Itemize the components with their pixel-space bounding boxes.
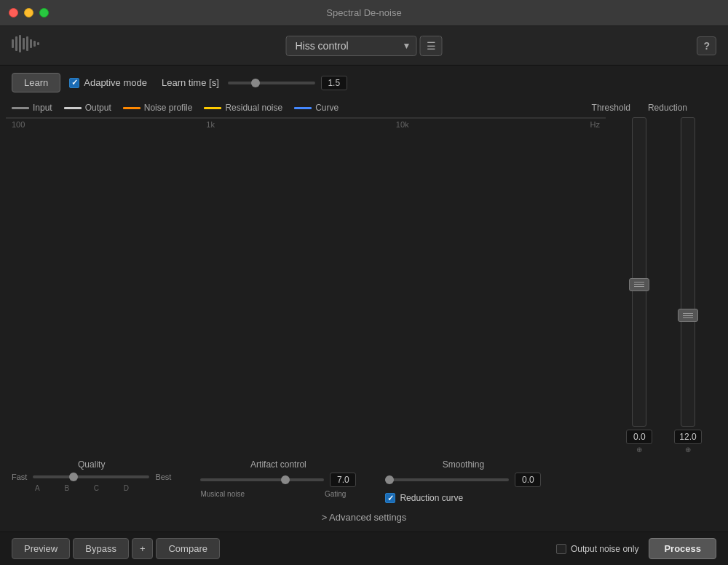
reduction-thumb-line-2 (683, 315, 693, 316)
threshold-slider-group: 0.0 ⊕ (626, 117, 652, 454)
freq-100: 100 (12, 120, 25, 129)
window-title: Spectral De-noise (326, 7, 401, 18)
controls-row: Learn ✓ Adaptive mode Learn time [s] 1.5 (0, 66, 728, 100)
quality-ticks: A B C D (12, 484, 146, 492)
svg-rect-0 (12, 39, 14, 48)
quality-fast-label: Fast (12, 473, 27, 481)
quality-tick-b: B (64, 484, 69, 492)
process-button[interactable]: Process (649, 538, 716, 559)
quality-slider-row: Fast Best (12, 473, 171, 481)
quality-tick-a: A (35, 484, 40, 492)
quality-group: Quality Fast Best A B C D (12, 459, 171, 503)
freq-10k: 10k (396, 120, 409, 129)
legend-output: Output (64, 103, 111, 113)
artifact-value: 7.0 (330, 473, 356, 487)
maximize-button[interactable] (39, 8, 49, 17)
close-button[interactable] (9, 8, 18, 17)
reduction-thumb-lines-icon (683, 313, 693, 318)
curve-legend-line (294, 107, 312, 109)
plus-button[interactable]: + (132, 538, 154, 559)
bottom-toolbar: Preview Bypass + Compare Output noise on… (0, 532, 728, 565)
residual-noise-legend-label: Residual noise (225, 103, 282, 113)
menu-button[interactable]: ☰ (420, 36, 443, 56)
reduction-thumb-line-1 (683, 313, 693, 314)
output-noise-label-container: Output noise only Process (556, 538, 716, 559)
output-noise-checkbox[interactable] (556, 544, 566, 554)
legend-noise-profile: Noise profile (123, 103, 193, 113)
input-legend-label: Input (33, 103, 52, 113)
svg-rect-6 (33, 41, 36, 47)
legend-input: Input (12, 103, 52, 113)
svg-rect-3 (23, 38, 25, 50)
learn-button[interactable]: Learn (12, 73, 60, 92)
output-legend-label: Output (85, 103, 111, 113)
reduction-link-icon: ⊕ (685, 446, 691, 454)
waveform-icon (12, 33, 41, 58)
adaptive-mode-checkbox-label[interactable]: ✓ Adaptive mode (69, 77, 147, 88)
musical-noise-label: Musical noise (200, 490, 245, 498)
thumb-lines-icon (634, 282, 644, 287)
minimize-button[interactable] (24, 8, 33, 17)
thumb-line-3 (634, 286, 644, 287)
threshold-link-icon: ⊕ (636, 446, 642, 454)
quality-slider[interactable] (33, 475, 149, 478)
reduction-slider-track[interactable] (681, 117, 695, 427)
toolbar: Hiss control ▼ ☰ ? (0, 26, 728, 66)
quality-tick-c: C (94, 484, 99, 492)
compare-button[interactable]: Compare (156, 538, 219, 559)
svg-rect-1 (15, 36, 17, 51)
bottom-row1: Quality Fast Best A B C D Artifact contr… (12, 459, 716, 503)
reduction-curve-label: Reduction curve (400, 493, 463, 503)
preset-area: Hiss control ▼ ☰ (286, 36, 443, 56)
residual-noise-legend-line (204, 107, 221, 109)
noise-profile-legend-line (123, 107, 141, 109)
title-bar: Spectral De-noise (0, 0, 728, 26)
preset-dropdown[interactable]: Hiss control (286, 36, 417, 56)
gating-label: Gating (325, 490, 346, 498)
threshold-title-label: Threshold (592, 103, 630, 113)
smoothing-slider[interactable] (385, 478, 509, 481)
svg-rect-2 (19, 35, 21, 52)
reduction-title-label: Reduction (648, 103, 687, 113)
freq-1k: 1k (206, 120, 215, 129)
artifact-slider-row: 7.0 (200, 473, 356, 487)
reduction-curve-row: ✓ Reduction curve (385, 493, 541, 503)
threshold-slider-track[interactable] (632, 117, 646, 427)
artifact-labels: Musical noise Gating (200, 490, 346, 498)
thumb-line-1 (634, 282, 644, 282)
reduction-value: 12.0 (674, 430, 701, 444)
content-area: 0.0 dB 22 Hz: -73.9 dB | -73.9 dB | -80.… (0, 117, 728, 454)
advanced-settings[interactable]: > Advanced settings (12, 509, 716, 526)
preview-button[interactable]: Preview (12, 538, 70, 559)
right-controls: 0.0 ⊕ (606, 117, 722, 454)
preset-dropdown-wrapper[interactable]: Hiss control ▼ (286, 36, 417, 56)
noise-profile-legend-label: Noise profile (144, 103, 193, 113)
curve-legend-label: Curve (315, 103, 339, 113)
bypass-button[interactable]: Bypass (73, 538, 129, 559)
quality-title: Quality (12, 459, 171, 470)
threshold-value: 0.0 (626, 430, 652, 444)
artifact-slider[interactable] (200, 478, 324, 481)
reduction-curve-checkbox[interactable]: ✓ (385, 493, 395, 503)
freq-scale: 100 1k 10k Hz (6, 119, 606, 130)
checkmark-icon: ✓ (71, 78, 78, 87)
legend-residual-noise: Residual noise (204, 103, 282, 113)
smoothing-group: Smoothing 0.0 ✓ Reduction curve (385, 459, 541, 503)
threshold-slider-thumb[interactable] (629, 278, 649, 291)
input-legend-line (12, 107, 29, 109)
adaptive-mode-checkbox[interactable]: ✓ (69, 78, 79, 88)
reduction-slider-thumb[interactable] (678, 309, 698, 322)
threshold-value-row: 0.0 ⊕ (626, 430, 652, 454)
freq-hz: Hz (590, 120, 600, 129)
artifact-title: Artifact control (200, 459, 356, 470)
quality-best-label: Best (155, 473, 171, 481)
smoothing-title: Smoothing (385, 459, 541, 470)
help-button[interactable]: ? (697, 36, 716, 55)
adaptive-mode-label: Adaptive mode (84, 77, 147, 88)
svg-rect-5 (30, 39, 32, 48)
svg-rect-7 (37, 42, 39, 45)
learn-time-slider[interactable] (228, 82, 315, 84)
artifact-group: Artifact control 7.0 Musical noise Gatin… (200, 459, 356, 503)
reduction-value-row: 12.0 ⊕ (674, 430, 701, 454)
smoothing-value: 0.0 (515, 473, 541, 487)
